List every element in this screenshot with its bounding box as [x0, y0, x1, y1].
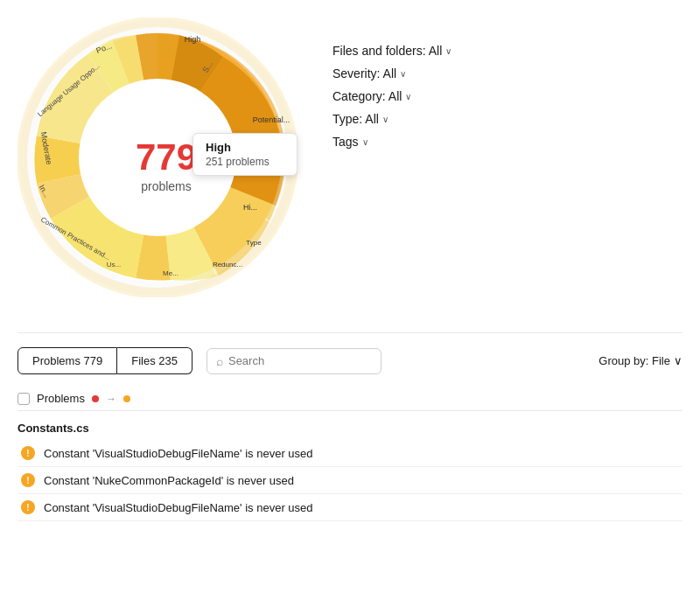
file-group: Constants.cs ! Constant 'VisualStudioDeb…	[18, 418, 682, 521]
problem-text: Constant 'VisualStudioDebugFileName' is …	[44, 501, 313, 514]
search-icon: ⌕	[216, 354, 223, 368]
select-all-checkbox[interactable]	[18, 393, 30, 405]
warning-icon: !	[21, 446, 35, 460]
filter-category-label: Category: All	[332, 89, 402, 103]
group-by-label: Group by: File	[598, 354, 670, 367]
chevron-down-icon: ∨	[445, 46, 452, 56]
dot-red-icon	[92, 395, 99, 402]
problem-item: ! Constant 'VisualStudioDebugFileName' i…	[18, 494, 682, 521]
chevron-down-icon: ∨	[405, 92, 411, 101]
bottom-section: Problems 779 Files 235 ⌕ Group by: File …	[18, 332, 682, 528]
tooltip-title: High	[206, 141, 284, 154]
problem-item: ! Constant 'VisualStudioDebugFileName' i…	[18, 440, 682, 467]
filter-severity[interactable]: Severity: All ∨	[332, 66, 452, 80]
file-name: Constants.cs	[18, 418, 682, 440]
chart-container: S... Potential... Hi... Type Redunc... M…	[18, 17, 315, 315]
warning-icon: !	[21, 473, 35, 487]
filter-category[interactable]: Category: All ∨	[332, 89, 452, 103]
filter-type[interactable]: Type: All ∨	[332, 112, 452, 126]
group-by-dropdown[interactable]: Group by: File ∨	[598, 354, 682, 367]
top-section: S... Potential... Hi... Type Redunc... M…	[18, 17, 682, 315]
warning-icon: !	[21, 500, 35, 514]
problem-text: Constant 'VisualStudioDebugFileName' is …	[44, 447, 313, 460]
filter-files-folders-label: Files and folders: All	[332, 44, 442, 58]
tooltip: High 251 problems	[192, 133, 298, 176]
tab-bar: Problems 779 Files 235 ⌕ Group by: File …	[18, 347, 682, 374]
tab-files[interactable]: Files 235	[117, 347, 192, 374]
chevron-down-icon: ∨	[382, 115, 388, 124]
filter-tags[interactable]: Tags ∨	[332, 135, 452, 149]
search-input[interactable]	[228, 354, 372, 367]
filter-type-label: Type: All	[332, 112, 379, 126]
problem-text: Constant 'NukeCommonPackageId' is never …	[44, 474, 294, 487]
search-box[interactable]: ⌕	[206, 348, 382, 374]
filters-container: Files and folders: All ∨ Severity: All ∨…	[332, 17, 452, 149]
svg-text:Potential...: Potential...	[253, 115, 290, 124]
arrow-right-icon: →	[106, 393, 116, 405]
tooltip-value: 251 problems	[206, 156, 284, 168]
svg-line-2	[283, 87, 294, 94]
chevron-down-icon: ∨	[362, 137, 368, 147]
problems-header-label: Problems	[37, 392, 85, 405]
tab-problems[interactable]: Problems 779	[18, 347, 117, 374]
filter-tags-label: Tags	[332, 135, 359, 149]
problems-header: Problems →	[18, 387, 682, 411]
svg-text:High: High	[185, 35, 201, 44]
svg-text:Us...: Us...	[107, 261, 121, 269]
filter-files-folders[interactable]: Files and folders: All ∨	[332, 44, 452, 58]
problem-item: ! Constant 'NukeCommonPackageId' is neve…	[18, 467, 682, 494]
svg-text:Me...: Me...	[163, 269, 178, 277]
dot-yellow-icon	[123, 395, 130, 402]
filter-severity-label: Severity: All	[332, 66, 396, 80]
chevron-down-icon: ∨	[400, 69, 406, 79]
main-container: S... Potential... Hi... Type Redunc... M…	[0, 0, 700, 528]
svg-text:Redunc...: Redunc...	[213, 261, 242, 269]
svg-text:Type: Type	[246, 239, 262, 247]
svg-text:Hi...: Hi...	[243, 203, 257, 212]
chevron-down-icon: ∨	[674, 354, 682, 367]
